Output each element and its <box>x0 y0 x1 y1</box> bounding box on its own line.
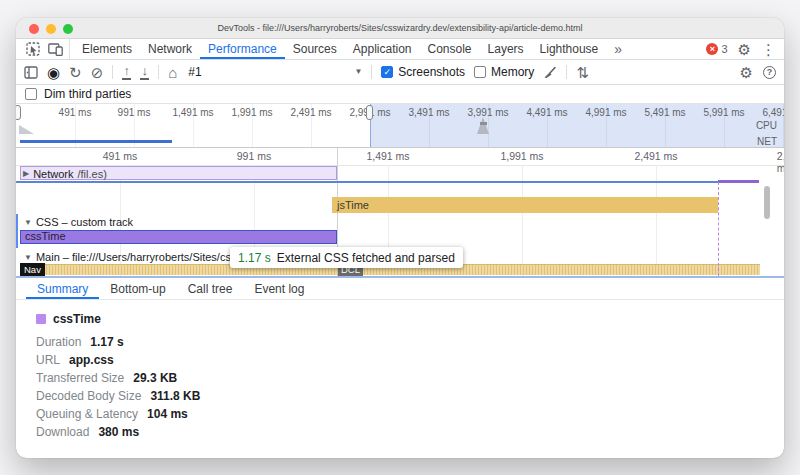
overview-tick-label: 1,491 ms <box>172 107 213 118</box>
toolbar-separator <box>112 65 113 79</box>
load-profile-icon[interactable]: ↑ <box>122 64 131 80</box>
jstime-event-bar[interactable]: jsTime <box>332 197 718 213</box>
summary-row-value: app.css <box>69 354 114 366</box>
details-tab-bottom-up[interactable]: Bottom-up <box>99 278 176 299</box>
selection-left-handle[interactable] <box>16 105 21 120</box>
inspect-element-icon[interactable] <box>26 42 40 56</box>
summary-title-row: cssTime <box>36 312 784 326</box>
cpu-activity-spike <box>477 117 489 134</box>
tab-sources[interactable]: Sources <box>285 39 345 59</box>
memory-checkbox[interactable] <box>474 66 486 78</box>
tabbar-left-icons <box>22 39 70 59</box>
css-track-accent <box>16 214 18 248</box>
overview-tick-label: 5,491 ms <box>644 107 685 118</box>
toolbar-separator <box>158 65 159 79</box>
tab-elements[interactable]: Elements <box>74 39 140 59</box>
summary-row-value: 104 ms <box>147 408 188 420</box>
summary-row-label: Duration <box>36 336 81 348</box>
home-icon[interactable]: ⌂ <box>168 65 177 80</box>
summary-row-label: Queuing & Latency <box>36 408 138 420</box>
expanded-triangle-icon: ▼ <box>24 251 32 263</box>
summary-row: Queuing & Latency104 ms <box>36 408 784 420</box>
summary-row-label: Decoded Body Size <box>36 390 141 402</box>
network-track-label: Network <box>33 168 73 180</box>
settings-gear-icon[interactable]: ⚙ <box>738 42 751 57</box>
overview-tick-label: 4,991 ms <box>585 107 626 118</box>
tabbar-right-icons: × 3 ⚙ ⋮ <box>706 39 778 59</box>
tab-lighthouse[interactable]: Lighthouse <box>532 39 607 59</box>
flame-scrollbar-thumb[interactable] <box>764 186 770 219</box>
window-titlebar[interactable]: DevTools - file:///Users/harryroberts/Si… <box>16 18 784 39</box>
tab-application[interactable]: Application <box>345 39 420 59</box>
isolate-updown-icon[interactable]: ⇅ <box>576 65 589 80</box>
overview-tick-label: 6,491 ms <box>762 107 784 118</box>
history-dropdown[interactable]: #1 ▼ <box>186 65 362 79</box>
collect-garbage-icon[interactable] <box>543 65 557 79</box>
summary-row: Duration1.17 s <box>36 336 784 348</box>
record-icon[interactable]: ◉ <box>47 65 60 80</box>
flame-tick-label: 1,991 ms <box>500 150 543 162</box>
reload-and-record-icon[interactable]: ↻ <box>69 65 82 80</box>
minimize-window-button[interactable] <box>46 24 56 34</box>
panel-tabs: ElementsNetworkPerformanceSourcesApplica… <box>74 39 606 59</box>
flame-chart[interactable]: 491 ms991 ms1,491 ms1,991 ms2,491 ms2,99… <box>16 148 784 278</box>
flame-tick-label: 991 ms <box>237 150 271 162</box>
overview-tick-label: 3,491 ms <box>408 107 449 118</box>
csstime-event-bar-selected[interactable]: cssTime <box>20 230 337 244</box>
tab-console[interactable]: Console <box>420 39 480 59</box>
summary-row: Transferred Size29.3 KB <box>36 372 784 384</box>
toggle-sidebar-icon[interactable] <box>24 66 38 79</box>
more-tabs-button[interactable]: » <box>606 39 630 59</box>
overview-tick-label: 1,991 ms <box>231 107 272 118</box>
selection-right-handle[interactable] <box>366 105 373 120</box>
details-tab-call-tree[interactable]: Call tree <box>177 278 244 299</box>
summary-row: Download380 ms <box>36 426 784 438</box>
cpu-activity-start <box>19 125 34 134</box>
dim-third-parties-checkbox[interactable] <box>25 88 37 100</box>
help-icon[interactable]: ? <box>763 66 776 79</box>
zoom-window-button[interactable] <box>63 24 73 34</box>
summary-row-label: Transferred Size <box>36 372 124 384</box>
flame-tick-label: 491 ms <box>103 150 137 162</box>
devtools-tabbar: ElementsNetworkPerformanceSourcesApplica… <box>16 39 784 60</box>
css-track-header[interactable]: ▼ CSS – custom track <box>24 216 133 228</box>
traffic-lights <box>29 24 73 34</box>
error-x-icon: × <box>706 43 718 55</box>
close-window-button[interactable] <box>29 24 39 34</box>
event-color-swatch <box>36 314 46 324</box>
details-tab-summary[interactable]: Summary <box>26 278 99 299</box>
toolbar-separator <box>566 65 567 79</box>
nav-marker-badge[interactable]: Nav <box>20 263 45 276</box>
memory-label: Memory <box>491 65 534 79</box>
tab-layers[interactable]: Layers <box>480 39 532 59</box>
screenshots-checkbox[interactable]: ✓ <box>381 66 393 78</box>
kebab-menu-icon[interactable]: ⋮ <box>761 42 776 57</box>
history-selected-value: #1 <box>188 65 201 79</box>
save-profile-icon[interactable]: ↓ <box>140 64 149 80</box>
overview-tick-label: 4,491 ms <box>526 107 567 118</box>
flame-tick-label: 1,491 ms <box>366 150 409 162</box>
toolbar-right-icons: ⚙ ? <box>740 65 776 80</box>
summary-row-value: 311.8 KB <box>150 390 200 402</box>
summary-row-value: 380 ms <box>98 426 139 438</box>
summary-row-value: 29.3 KB <box>133 372 177 384</box>
toolbar-separator <box>371 65 372 79</box>
overview-tick-label: 991 ms <box>118 107 151 118</box>
chevron-down-icon: ▼ <box>354 68 362 76</box>
timeline-overview[interactable]: 491 ms991 ms1,491 ms1,991 ms2,491 ms2,99… <box>16 104 784 148</box>
flame-bottom-divider <box>16 276 784 278</box>
network-track-header[interactable]: ▶ Network /fil.es) <box>23 168 107 180</box>
capture-settings-gear-icon[interactable]: ⚙ <box>740 65 753 80</box>
network-track-baseline <box>16 181 718 183</box>
details-tab-event-log[interactable]: Event log <box>243 278 315 299</box>
toggle-device-toolbar-icon[interactable] <box>48 43 63 56</box>
clear-icon[interactable]: ⊘ <box>91 65 104 80</box>
tab-network[interactable]: Network <box>140 39 200 59</box>
error-count: 3 <box>721 43 727 55</box>
tab-performance[interactable]: Performance <box>200 39 285 59</box>
event-tooltip: 1.17 s External CSS fetched and parsed <box>230 247 463 268</box>
summary-row-value: 1.17 s <box>90 336 123 348</box>
summary-row-label: Download <box>36 426 89 438</box>
summary-event-title: cssTime <box>53 312 101 326</box>
console-error-badge[interactable]: × 3 <box>706 43 727 55</box>
